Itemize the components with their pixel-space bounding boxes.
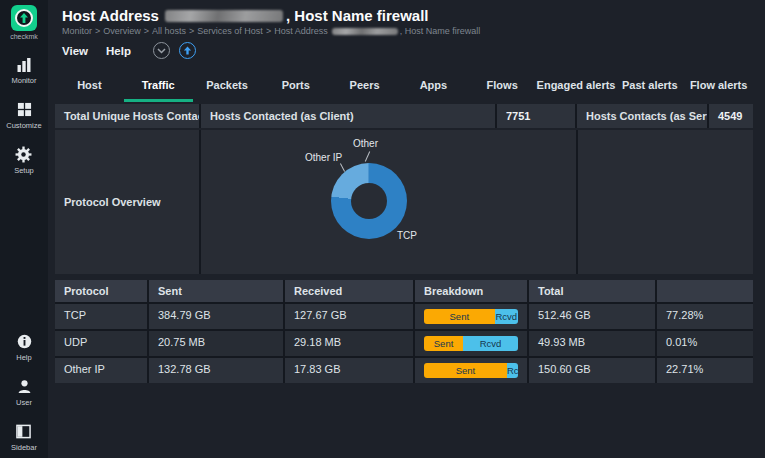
percent-cell: 77.28% — [657, 304, 753, 329]
breakdown-cell: Sent Rc — [415, 358, 527, 383]
hosts-contacts-server-label: Hosts Contacts (as Server) — [577, 104, 707, 128]
sidebar-item-help[interactable]: Help — [16, 333, 31, 362]
protocol-overview-label: Protocol Overview — [55, 130, 199, 274]
scroll-top-button[interactable] — [179, 42, 196, 59]
info-icon — [17, 333, 32, 350]
tab-engaged-alerts[interactable]: Engaged alerts — [537, 72, 616, 102]
sidebar-item-label: Monitor — [11, 76, 36, 85]
user-icon — [17, 378, 32, 395]
page-title: Host Address, Host Name firewall — [62, 7, 765, 24]
empty-cell — [578, 130, 753, 274]
breakdown-rcvd-segment: Rc — [507, 363, 518, 378]
breadcrumb-item[interactable]: Overview — [103, 26, 141, 36]
percent-cell: 22.71% — [657, 358, 753, 383]
col-header-protocol: Protocol — [55, 280, 147, 302]
total-cell: 512.46 GB — [529, 304, 655, 329]
sidebar-panel-icon — [16, 423, 31, 440]
protocol-donut-chart: Other Other IP TCP — [201, 130, 576, 274]
sidebar-item-user[interactable]: User — [16, 378, 32, 407]
leader-line-other — [365, 151, 370, 161]
sidebar-item-label: Setup — [14, 166, 34, 175]
checkmk-logo[interactable]: checkmk — [10, 5, 38, 40]
tab-past-alerts[interactable]: Past alerts — [615, 72, 684, 102]
col-header-percent — [657, 280, 753, 302]
tab-ports[interactable]: Ports — [261, 72, 330, 102]
breakdown-sent-segment: Sent — [424, 309, 495, 324]
traffic-table-header: Protocol Sent Received Breakdown Total — [55, 280, 753, 302]
donut-hole — [351, 183, 387, 219]
received-cell: 29.18 MB — [285, 331, 413, 356]
pie-label-other: Other — [353, 138, 378, 149]
sidebar-item-sidebar[interactable]: Sidebar — [11, 423, 37, 452]
breakdown-cell: Sent Rcvd — [415, 304, 527, 329]
breakdown-rcvd-segment: Rcvd — [495, 309, 518, 324]
menu-view[interactable]: View — [62, 45, 88, 57]
pie-label-other-ip: Other IP — [305, 152, 342, 163]
hosts-contacted-client-value: 7751 — [497, 104, 575, 128]
sent-cell: 384.79 GB — [149, 304, 283, 329]
tab-peers[interactable]: Peers — [330, 72, 399, 102]
breakdown-sent-segment: Sent — [424, 363, 507, 378]
breakdown-bar: Sent Rcvd — [424, 336, 518, 351]
sidebar: checkmk Monitor Customize — [0, 0, 48, 458]
sent-cell: 20.75 MB — [149, 331, 283, 356]
summary-label: Total Unique Hosts Contacts — [55, 104, 199, 128]
tab-packets[interactable]: Packets — [193, 72, 262, 102]
tab-apps[interactable]: Apps — [399, 72, 468, 102]
protocol-cell: Other IP — [55, 358, 147, 383]
redacted-host-address — [165, 10, 283, 22]
chevron-down-icon — [157, 48, 166, 54]
arrow-up-icon — [183, 46, 192, 55]
brand-name: checkmk — [10, 33, 38, 40]
tab-flow-alerts[interactable]: Flow alerts — [684, 72, 753, 102]
gear-icon — [15, 146, 32, 163]
breadcrumb-item[interactable]: All hosts — [152, 26, 186, 36]
sidebar-item-monitor[interactable]: Monitor — [11, 56, 36, 85]
sidebar-item-customize[interactable]: Customize — [6, 101, 41, 130]
col-header-total: Total — [529, 280, 655, 302]
tab-host[interactable]: Host — [55, 72, 124, 102]
menubar: View Help — [48, 36, 765, 64]
redacted-host-address-small — [332, 28, 398, 35]
protocol-donut — [331, 163, 407, 239]
protocol-cell: UDP — [55, 331, 147, 356]
breakdown-rcvd-segment: Rcvd — [463, 336, 518, 351]
breakdown-bar: Sent Rc — [424, 363, 518, 378]
protocol-overview-row: Protocol Overview Other Other IP TCP — [55, 130, 753, 274]
total-cell: 150.60 GB — [529, 358, 655, 383]
menu-help[interactable]: Help — [106, 45, 131, 57]
sidebar-item-label: Sidebar — [11, 443, 37, 452]
breadcrumb-item[interactable]: Services of Host — [197, 26, 263, 36]
sidebar-item-label: User — [16, 398, 32, 407]
page-header: Host Address, Host Name firewall Monitor… — [48, 0, 765, 36]
breakdown-bar: Sent Rcvd — [424, 309, 518, 324]
percent-cell: 0.01% — [657, 331, 753, 356]
customize-icon — [17, 101, 32, 118]
table-row-tcp: TCP 384.79 GB 127.67 GB Sent Rcvd 512.46… — [55, 304, 753, 329]
main-area: Host Address, Host Name firewall Monitor… — [48, 0, 765, 458]
total-cell: 49.93 MB — [529, 331, 655, 356]
sidebar-item-setup[interactable]: Setup — [14, 146, 34, 175]
breadcrumb-item[interactable]: Host Address — [274, 26, 328, 36]
col-header-breakdown: Breakdown — [415, 280, 527, 302]
content: Host Traffic Packets Ports Peers Apps Fl… — [48, 72, 765, 383]
checkmk-logo-icon — [11, 5, 37, 31]
col-header-received: Received — [285, 280, 413, 302]
table-row-other-ip: Other IP 132.78 GB 17.83 GB Sent Rc 150.… — [55, 358, 753, 383]
tab-bar: Host Traffic Packets Ports Peers Apps Fl… — [55, 72, 753, 102]
pie-label-tcp: TCP — [397, 230, 417, 241]
tab-flows[interactable]: Flows — [468, 72, 537, 102]
tab-traffic[interactable]: Traffic — [124, 72, 193, 102]
monitor-icon — [16, 56, 32, 73]
table-row-udp: UDP 20.75 MB 29.18 MB Sent Rcvd 49.93 MB… — [55, 331, 753, 356]
breadcrumb-item[interactable]: Monitor — [62, 26, 92, 36]
sidebar-item-label: Help — [16, 353, 31, 362]
sidebar-item-label: Customize — [6, 121, 41, 130]
sent-cell: 132.78 GB — [149, 358, 283, 383]
hosts-contacted-client-label: Hosts Contacted (as Client) — [201, 104, 495, 128]
hosts-contacts-summary-row: Total Unique Hosts Contacts Hosts Contac… — [55, 104, 753, 128]
hosts-contacts-server-value: 4549 — [709, 104, 753, 128]
collapse-menu-button[interactable] — [153, 42, 170, 59]
col-header-sent: Sent — [149, 280, 283, 302]
breadcrumb: Monitor>Overview>All hosts>Services of H… — [62, 26, 765, 36]
